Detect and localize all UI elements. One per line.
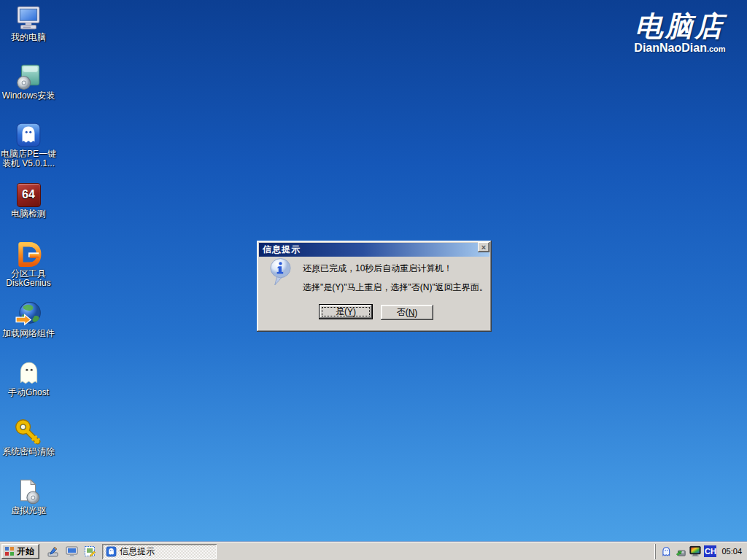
yes-button[interactable]: 是(Y) [319, 304, 373, 319]
desktop-icon-computer-check[interactable]: 64 电脑检测 [0, 181, 57, 219]
my-computer-icon [15, 4, 42, 32]
brand-logo: 电脑店 DianNaoDian.com [622, 12, 738, 55]
desktop-icon-load-network[interactable]: 加载网络组件 [0, 300, 57, 338]
icon-label-2: DiskGenius [0, 279, 57, 288]
desktop: 电脑店 DianNaoDian.com 我的电脑 [0, 0, 747, 542]
virtual-cdrom-icon [15, 478, 42, 505]
disk-eject-tray-icon[interactable] [675, 545, 686, 557]
start-logo-icon [5, 547, 14, 556]
brand-title: 电脑店 [622, 12, 738, 41]
no-button-label: 否( [397, 306, 409, 319]
dialog-title: 信息提示 [263, 244, 301, 256]
display-tray-icon[interactable] [689, 545, 701, 557]
desktop-icon-manual-ghost[interactable]: 手动Ghost [0, 359, 57, 397]
start-label: 开始 [17, 545, 34, 558]
icon-label: 手动Ghost [0, 388, 57, 397]
network-globe-icon [15, 300, 42, 328]
screen-settings-icon[interactable] [83, 545, 96, 558]
info-icon [269, 257, 292, 289]
dialog-message-line2: 选择"是(Y)"马上重启，选择"否(N)"返回主界面。 [303, 281, 488, 294]
desktop-icon-my-computer[interactable]: 我的电脑 [0, 4, 57, 42]
system-tray: CH 05:04 [655, 544, 747, 559]
icon-label: 我的电脑 [0, 33, 57, 42]
info-dialog: 信息提示 × 还原已完成，10秒后自动重启计算机！ 选择"是(Y)"马上重启，选… [257, 241, 492, 332]
close-button[interactable]: × [478, 242, 489, 252]
no-button-key: N [409, 308, 415, 318]
icon-label: 虚拟光驱 [0, 506, 57, 516]
desktop-icon-diskgenius[interactable]: 分区工具DiskGenius [0, 241, 57, 288]
ghost-icon [15, 359, 42, 387]
taskbar-window-button[interactable]: 信息提示 [102, 544, 217, 559]
brand-domain: .com [707, 44, 726, 53]
badge-64-text: 64 [17, 183, 41, 207]
no-button[interactable]: 否(N) [381, 305, 433, 320]
desktop-icon-windows-install[interactable]: Windows安装 [0, 63, 57, 101]
close-icon: × [481, 244, 486, 251]
brand-subtitle-text: DianNaoDian [634, 42, 707, 54]
show-desktop-icon[interactable] [47, 545, 60, 558]
dialog-message-line1: 还原已完成，10秒后自动重启计算机！ [303, 262, 452, 275]
computer-check-64-icon: 64 [15, 181, 42, 209]
icon-label: 电脑检测 [0, 209, 57, 219]
taskbar: 开始 [0, 542, 747, 560]
start-button[interactable]: 开始 [1, 544, 39, 559]
icon-label-2: 装机 V5.0.1... [0, 159, 57, 168]
key-icon [15, 419, 42, 446]
no-button-suffix: ) [414, 308, 417, 318]
yes-button-label: 是( [336, 306, 347, 318]
quick-launch [47, 545, 96, 558]
pe-ghost-icon [15, 121, 42, 149]
desktop-icon-password-clear[interactable]: 系统密码清除 [0, 419, 57, 456]
language-indicator[interactable]: CH [704, 545, 716, 557]
dialog-titlebar[interactable]: 信息提示 [259, 243, 489, 257]
icon-label: 系统密码清除 [0, 447, 57, 456]
windows-install-icon [15, 63, 42, 90]
clock[interactable]: 05:04 [721, 547, 742, 556]
ghost-window-icon [106, 546, 117, 557]
window-button-label: 信息提示 [120, 545, 155, 558]
diskgenius-icon [15, 241, 42, 268]
icon-label: 加载网络组件 [0, 329, 57, 338]
yes-button-suffix: ) [353, 307, 356, 317]
icon-label: Windows安装 [0, 91, 57, 101]
desktop-icon-pe-one-key-install[interactable]: 电脑店PE一键装机 V5.0.1... [0, 121, 57, 168]
display-icon[interactable] [65, 545, 78, 558]
yes-button-key: Y [347, 307, 353, 317]
desktop-icon-virtual-cdrom[interactable]: 虚拟光驱 [0, 478, 57, 516]
ghost-tray-icon[interactable] [660, 545, 672, 557]
brand-subtitle: DianNaoDian.com [622, 42, 738, 55]
